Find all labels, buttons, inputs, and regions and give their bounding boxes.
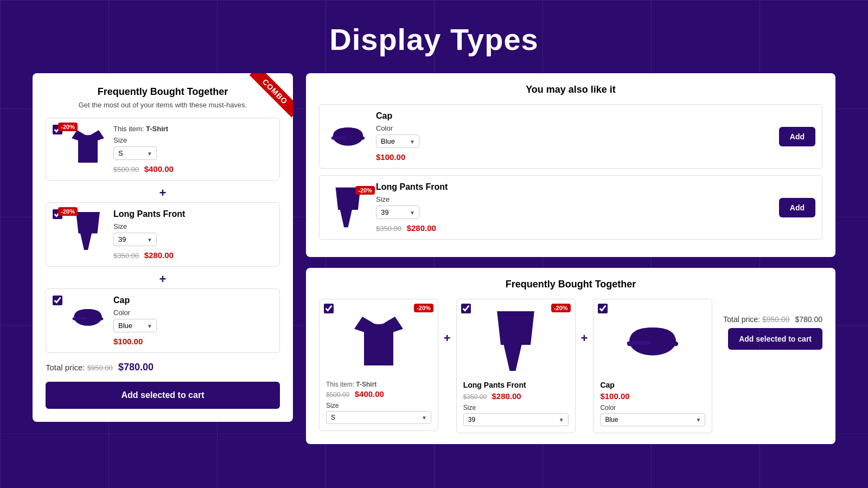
also-like-pants-image-wrap: -20%: [326, 186, 369, 229]
right-column: You may also like it Cap Color: [306, 73, 835, 444]
fbt-tshirt-price-disc: $400.00: [355, 389, 384, 399]
fbt-pants-price-disc: $280.00: [492, 391, 521, 401]
fbt-pants-name: Long Pants Front: [463, 381, 569, 389]
pants-price-original: $350.00: [113, 252, 139, 260]
pants-size-select[interactable]: 39404142: [113, 233, 157, 246]
also-like-pants-size-label: Size: [376, 195, 773, 203]
fbt-tshirt-size-select[interactable]: SML: [326, 411, 431, 424]
fbt-total-label: Total price: $950.00 $780.00: [723, 315, 822, 324]
fbt-products-row: -20% This item: T-Shirt $500.00 $400.00 …: [319, 299, 822, 433]
left-product-pants: -20% Long Pants Front Size 39404142 ▼ $3…: [46, 202, 280, 267]
also-like-pants-discount: -20%: [355, 186, 375, 195]
fbt-cap-color-wrap: BlueRedBlack ▼: [600, 413, 705, 426]
pants-checkbox-wrap: -20%: [53, 209, 62, 221]
tshirt-price-row: $500.00 $400.00: [113, 164, 273, 174]
fbt-tshirt-label: This item: T-Shirt: [326, 381, 431, 388]
cap-color-select-wrap: BlueRedBlack ▼: [113, 319, 157, 332]
fbt-cap-color-label: Color: [600, 404, 705, 412]
also-like-cap-color-label: Color: [376, 124, 773, 132]
also-like-cap-price: $100.00: [376, 152, 773, 162]
fbt-plus-1: +: [438, 331, 456, 345]
fbt-pants-checkbox[interactable]: [461, 304, 471, 313]
also-like-pants-price-disc: $280.00: [407, 223, 436, 233]
fbt-tshirt-card: -20% This item: T-Shirt $500.00 $400.00 …: [319, 299, 438, 431]
also-like-pants: -20% Long Pants Front Size 394041 ▼ $350…: [319, 175, 822, 240]
svg-rect-5: [331, 137, 346, 139]
tshirt-price-original: $500.00: [113, 165, 139, 174]
also-like-cap-color-wrap: BlueRedBlack ▼: [376, 134, 419, 148]
fbt-add-cart-button[interactable]: Add selected to cart: [728, 328, 822, 350]
pants-size-label: Size: [113, 222, 273, 230]
fbt-tshirt-checkbox-wrap: [324, 304, 334, 316]
also-like-pants-add-button[interactable]: Add: [779, 198, 815, 217]
also-like-title: You may also like it: [319, 84, 822, 95]
page-title: Display Types: [0, 0, 868, 73]
pants-price-row: $350.00 $280.00: [113, 251, 273, 260]
fbt-cap-color-select[interactable]: BlueRedBlack: [600, 413, 705, 426]
also-like-cap-price-only: $100.00: [376, 152, 405, 162]
total-discounted: $780.00: [118, 362, 154, 373]
fbt-cap-image: [600, 306, 705, 376]
fbt-cap-card: Cap $100.00 Color BlueRedBlack ▼: [593, 299, 712, 433]
fbt-pants-size-select[interactable]: 394041: [463, 413, 569, 426]
cap-color-select[interactable]: BlueRedBlack: [113, 319, 157, 332]
pants-info: Long Pants Front Size 39404142 ▼ $350.00…: [113, 209, 273, 260]
fbt-tshirt-price-orig: $500.00: [326, 391, 349, 399]
fbt-total-discounted: $780.00: [795, 315, 822, 324]
tshirt-info: This item: T-Shirt Size SMLXL ▼ $500.00 …: [113, 125, 273, 174]
also-like-cap-name: Cap: [376, 111, 773, 121]
tshirt-size-label: Size: [113, 136, 273, 144]
fbt-pants-size-label: Size: [463, 404, 569, 412]
left-total-row: Total price: $950.00 $780.00: [46, 362, 280, 373]
pants-discount-badge: -20%: [58, 207, 78, 216]
tshirt-discount-badge: -20%: [58, 123, 78, 131]
combo-ribbon: COMBO: [244, 73, 293, 122]
left-fbt-panel: COMBO Frequently Bought Together Get the…: [33, 73, 293, 422]
fbt-cap-price-only: $100.00: [600, 391, 629, 401]
left-product-cap: Cap Color BlueRedBlack ▼ $100.00: [46, 288, 280, 353]
fbt-pants-card: -20% Long Pants Front $350.00 $280.00 Si…: [456, 299, 576, 433]
tshirt-name: T-Shirt: [146, 125, 168, 133]
fbt-summary: Total price: $950.00 $780.00 Add selecte…: [712, 299, 822, 350]
fbt-title: Frequently Bought Together: [319, 279, 822, 290]
cap-checkbox[interactable]: [53, 296, 62, 305]
tshirt-label: This item: T-Shirt: [113, 125, 273, 133]
fbt-pants-price-orig: $350.00: [463, 393, 487, 401]
total-original: $950.00: [87, 364, 113, 372]
fbt-cap-checkbox[interactable]: [598, 304, 608, 313]
cap-price-only: $100.00: [113, 337, 143, 346]
cap-info: Cap Color BlueRedBlack ▼ $100.00: [113, 296, 273, 346]
fbt-pants-checkbox-wrap: [461, 304, 471, 316]
cap-price-row: $100.00: [113, 337, 273, 346]
also-like-pants-size-select[interactable]: 394041: [376, 206, 419, 219]
also-like-cap-color-select[interactable]: BlueRedBlack: [376, 134, 419, 148]
also-like-pants-price-orig: $350.00: [376, 224, 401, 233]
fbt-total-text: Total price:: [723, 315, 760, 324]
also-like-cap-add-button[interactable]: Add: [779, 127, 815, 146]
fbt-cap-name: Cap: [600, 381, 705, 389]
pants-name: Long Pants Front: [113, 209, 273, 219]
tshirt-size-select[interactable]: SMLXL: [113, 146, 157, 160]
pants-price-discounted: $280.00: [144, 251, 174, 260]
fbt-tshirt-discount: -20%: [414, 304, 433, 312]
also-like-cap: Cap Color BlueRedBlack ▼ $100.00 Add: [319, 104, 822, 169]
fbt-tshirt-checkbox[interactable]: [324, 304, 334, 313]
bottom-fbt-panel: Frequently Bought Together -20% This ite…: [306, 268, 835, 444]
fbt-pants-price: $350.00 $280.00: [463, 391, 569, 401]
also-like-pants-name: Long Pants Front: [376, 182, 773, 192]
svg-rect-2: [73, 317, 87, 319]
also-like-pants-price: $350.00 $280.00: [376, 223, 773, 233]
tshirt-size-select-wrap: SMLXL ▼: [113, 146, 157, 160]
cap-checkbox-wrap: [53, 296, 62, 307]
also-like-pants-info: Long Pants Front Size 394041 ▼ $350.00 $…: [376, 182, 773, 233]
fbt-tshirt-image: [326, 306, 431, 376]
plus-divider-1: +: [46, 186, 280, 200]
fbt-tshirt-name: T-Shirt: [356, 381, 376, 388]
fbt-tshirt-price: $500.00 $400.00: [326, 389, 431, 399]
left-add-cart-button[interactable]: Add selected to cart: [46, 382, 280, 409]
also-like-pants-size-wrap: 394041 ▼: [376, 206, 419, 219]
fbt-pants-image: [463, 306, 569, 376]
fbt-pants-size-wrap: 394041 ▼: [463, 413, 569, 426]
total-label: Total price:: [46, 363, 85, 372]
fbt-cap-checkbox-wrap: [598, 304, 608, 316]
